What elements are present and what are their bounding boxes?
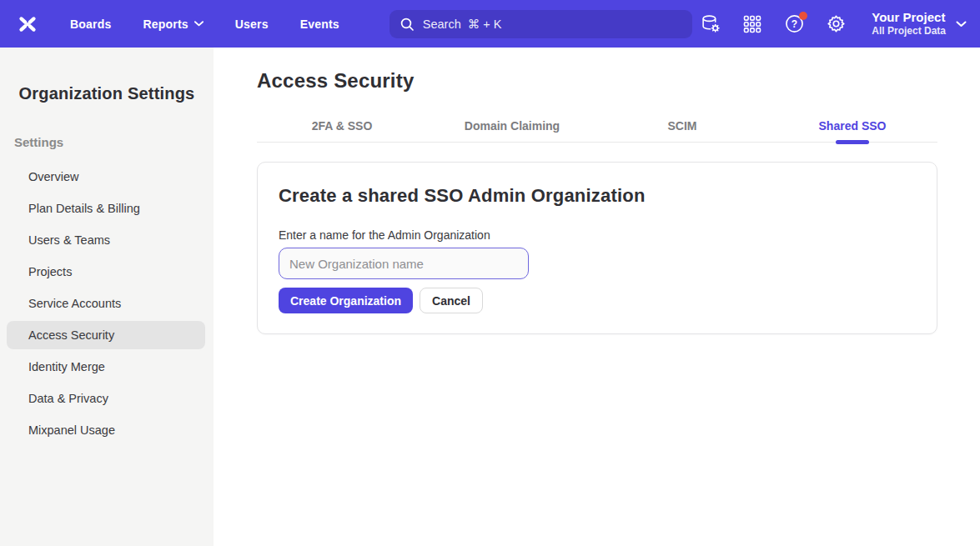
global-search[interactable] [389, 10, 692, 38]
nav-item-label: Boards [70, 18, 111, 31]
sidebar-menu: Overview Plan Details & Billing Users & … [0, 163, 214, 444]
tab-label: SCIM [668, 119, 697, 133]
project-data-scope: All Project Data [872, 25, 946, 38]
sidebar-section-label: Settings [14, 135, 214, 149]
page-title: Access Security [257, 69, 937, 93]
nav-item-label: Users [235, 18, 269, 31]
nav-item-reports[interactable]: Reports [143, 18, 203, 31]
settings-gear-icon[interactable] [825, 13, 847, 35]
create-organization-button[interactable]: Create Organization [279, 288, 413, 313]
notification-dot [799, 12, 807, 20]
sidebar-item-users-teams[interactable]: Users & Teams [7, 226, 205, 254]
card-heading: Create a shared SSO Admin Organization [279, 185, 916, 207]
tab-scim[interactable]: SCIM [597, 109, 767, 142]
cancel-button[interactable]: Cancel [420, 288, 483, 313]
sidebar-item-projects[interactable]: Projects [7, 258, 205, 286]
org-name-input[interactable] [279, 248, 529, 279]
nav-item-users[interactable]: Users [235, 18, 269, 31]
nav-item-events[interactable]: Events [300, 18, 339, 31]
project-switcher[interactable]: Your Project All Project Data [872, 10, 967, 38]
help-icon[interactable]: ? [783, 13, 805, 35]
nav-item-label: Reports [143, 18, 188, 31]
sidebar-item-identity-merge[interactable]: Identity Merge [7, 353, 205, 381]
settings-sidebar: Organization Settings Settings Overview … [0, 48, 214, 546]
main-content: Access Security 2FA & SSO Domain Claimin… [214, 48, 980, 546]
active-tab-indicator [836, 140, 869, 144]
card-actions: Create Organization Cancel [279, 288, 916, 313]
primary-nav: Boards Reports Users Events [70, 18, 339, 31]
search-input[interactable] [423, 18, 682, 31]
mixpanel-logo-icon[interactable] [13, 10, 42, 38]
tab-label: Domain Claiming [465, 119, 560, 133]
tab-2fa-sso[interactable]: 2FA & SSO [257, 109, 427, 142]
sidebar-title: Organization Settings [0, 84, 214, 103]
data-management-icon[interactable] [700, 13, 721, 35]
search-icon [400, 17, 415, 32]
svg-text:?: ? [792, 18, 797, 30]
tab-bar: 2FA & SSO Domain Claiming SCIM Shared SS… [257, 109, 937, 143]
sidebar-item-plan-details-billing[interactable]: Plan Details & Billing [7, 194, 205, 223]
org-name-label: Enter a name for the Admin Organization [279, 228, 916, 242]
tab-label: 2FA & SSO [312, 119, 373, 133]
create-sso-org-card: Create a shared SSO Admin Organization E… [257, 162, 937, 334]
tab-shared-sso[interactable]: Shared SSO [767, 109, 937, 142]
top-navigation-bar: Boards Reports Users Events [0, 0, 980, 48]
apps-grid-icon[interactable] [741, 13, 763, 35]
topbar-actions: ? Your Project All Project Data [700, 10, 967, 38]
sidebar-item-service-accounts[interactable]: Service Accounts [7, 289, 205, 318]
sidebar-item-overview[interactable]: Overview [7, 163, 205, 191]
project-name: Your Project [872, 10, 946, 26]
sidebar-item-access-security[interactable]: Access Security [7, 321, 205, 349]
nav-item-label: Events [300, 18, 339, 31]
sidebar-item-data-privacy[interactable]: Data & Privacy [7, 384, 205, 413]
chevron-down-icon [956, 21, 967, 28]
tab-domain-claiming[interactable]: Domain Claiming [427, 109, 597, 142]
tab-label: Shared SSO [819, 119, 887, 133]
nav-item-boards[interactable]: Boards [70, 18, 111, 31]
project-info: Your Project All Project Data [872, 10, 946, 38]
sidebar-item-mixpanel-usage[interactable]: Mixpanel Usage [7, 416, 205, 444]
chevron-down-icon [194, 21, 204, 27]
